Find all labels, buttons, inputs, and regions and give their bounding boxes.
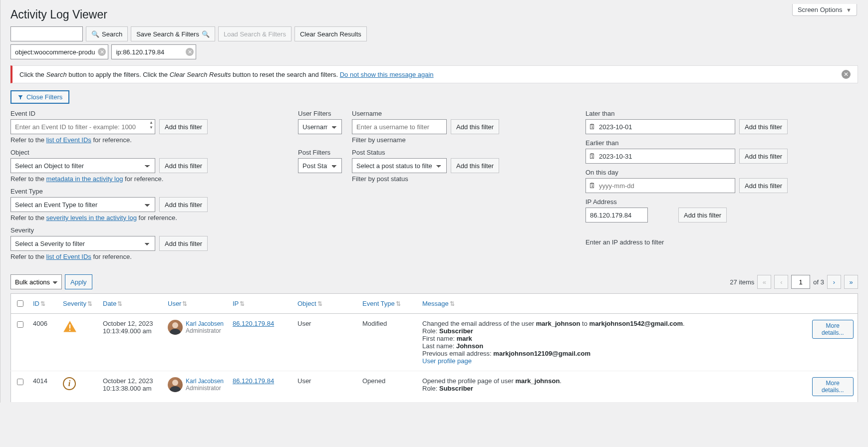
search-button[interactable]: 🔍 Search [86,26,128,41]
prev-page-button[interactable]: ‹ [774,275,788,289]
object-select[interactable]: Select an Object to filter [10,158,155,173]
close-icon[interactable]: ✕ [98,48,106,56]
add-filter-event-type[interactable]: Add this filter [159,197,208,212]
on-this-day-input[interactable] [585,178,735,193]
add-filter-onday[interactable]: Add this filter [739,178,788,193]
ip-address-input[interactable] [585,208,648,223]
username-input[interactable] [352,119,447,134]
col-header-event-type[interactable]: Event Type⇅ [358,294,418,314]
col-header-severity[interactable]: Severity⇅ [59,294,99,314]
calendar-icon: 🗓 [588,122,596,131]
cell-id: 4006 [29,314,59,371]
row-checkbox[interactable] [17,379,23,385]
filter-chip-object-text: object:woocommerce-produ [15,48,95,56]
event-ids-link[interactable]: list of Event IDs [46,136,91,144]
table-row: 4006 October 12, 2023 10:13:49.000 am Ka… [11,314,858,371]
helper-text: Refer to the [10,214,46,222]
add-filter-object[interactable]: Add this filter [159,158,208,173]
filter-chip-ip-text: ip:86.120.179.84 [116,48,164,56]
later-than-input[interactable] [585,119,735,134]
clear-search-label: Clear Search Results [300,30,361,38]
ip-link[interactable]: 86.120.179.84 [233,377,274,385]
later-than-label: Later than [585,110,858,117]
filter-chip-ip[interactable]: ip:86.120.179.84 ✕ [111,44,196,59]
user-link[interactable]: Karl Jacobsen [186,378,224,385]
more-details-button[interactable]: More details... [812,320,854,339]
on-this-day-label: On this day [585,169,858,176]
cell-id: 4014 [29,371,59,403]
cell-ip: 86.120.179.84 [229,314,293,371]
bulk-actions-select[interactable]: Bulk actions [10,274,62,289]
ip-link[interactable]: 86.120.179.84 [233,320,274,327]
severity-label: Severity [10,226,283,234]
clear-search-button[interactable]: Clear Search Results [294,26,367,41]
metadata-link[interactable]: metadata in the activity log [46,175,123,183]
search-input[interactable] [10,26,83,41]
severity-levels-link[interactable]: severity levels in the activity log [46,214,137,222]
username-label: Username [352,110,571,117]
number-spinner-icon[interactable]: ▲▼ [149,120,153,130]
select-all-checkbox[interactable] [17,300,23,307]
event-type-select[interactable]: Select an Event Type to filter [10,197,155,212]
post-filters-label: Post Filters [298,149,348,156]
dismiss-icon[interactable]: ✕ [842,70,851,79]
col-header-object[interactable]: Object⇅ [293,294,358,314]
sort-icon: ⇅ [396,300,401,307]
col-header-date[interactable]: Date⇅ [99,294,164,314]
add-filter-username[interactable]: Add this filter [451,119,499,134]
apply-button[interactable]: Apply [65,274,92,289]
add-filter-post-status[interactable]: Add this filter [451,158,499,173]
last-page-button[interactable]: » [844,275,858,289]
event-ids-link-2[interactable]: list of Event IDs [46,253,91,260]
row-checkbox[interactable] [17,321,23,328]
add-filter-later[interactable]: Add this filter [739,119,788,134]
current-page-input[interactable] [791,275,810,289]
user-profile-page-link[interactable]: User profile page [422,357,472,365]
sort-icon: ⇅ [182,300,187,307]
cell-event-type: Opened [358,371,418,403]
save-search-button[interactable]: Save Search & Filters 🔍 [131,26,215,41]
info-notice: Click the Search button to apply the fil… [10,65,858,83]
sort-icon: ⇅ [117,300,122,307]
screen-options-button[interactable]: Screen Options ▼ [792,4,857,16]
cell-message: Changed the email address of the user ma… [418,314,808,371]
severity-select[interactable]: Select a Severity to filter [10,236,155,251]
col-header-id[interactable]: ID⇅ [29,294,59,314]
avatar [168,320,183,335]
next-page-button[interactable]: › [827,275,841,289]
user-filter-type-select[interactable]: Username [298,119,342,134]
col-header-ip[interactable]: IP⇅ [229,294,293,314]
avatar [168,377,183,392]
close-icon[interactable]: ✕ [186,48,194,56]
add-filter-severity[interactable]: Add this filter [159,236,208,251]
close-filters-button[interactable]: Close Filters [10,90,69,104]
filter-chip-object[interactable]: object:woocommerce-produ ✕ [10,44,108,59]
add-filter-ip[interactable]: Add this filter [678,208,727,223]
notice-dismiss-link[interactable]: Do not show this message again [340,71,434,78]
add-filter-event-id[interactable]: Add this filter [159,119,208,134]
user-filters-label: User Filters [298,110,348,117]
close-filters-label: Close Filters [26,93,62,101]
table-row: 4014 i October 12, 2023 10:13:38.000 am … [11,371,858,403]
more-details-button[interactable]: More details... [812,377,854,396]
event-id-input[interactable] [10,119,155,134]
post-status-select[interactable]: Select a post status to filter [352,158,447,173]
post-filter-type-select[interactable]: Post Status [298,158,342,173]
user-link[interactable]: Karl Jacobsen [186,320,224,327]
info-icon: i [63,377,76,390]
add-filter-earlier[interactable]: Add this filter [739,149,788,164]
notice-text: Click the [19,71,46,78]
first-page-button[interactable]: « [757,275,771,289]
load-search-button[interactable]: Load Search & Filters [218,26,291,41]
cell-object: User [293,314,358,371]
ip-helper: Enter an IP address to filter [585,238,858,246]
col-header-user[interactable]: User⇅ [164,294,229,314]
col-header-message[interactable]: Message⇅ [418,294,808,314]
helper-text: Refer to the [10,136,46,144]
screen-options-label: Screen Options [798,6,843,13]
svg-rect-0 [69,324,70,328]
cell-user: Karl Jacobsen Administrator [164,371,229,403]
earlier-than-input[interactable] [585,149,735,164]
notice-text: button to apply the filters. Click the [68,71,169,78]
save-search-label: Save Search & Filters [136,30,199,38]
